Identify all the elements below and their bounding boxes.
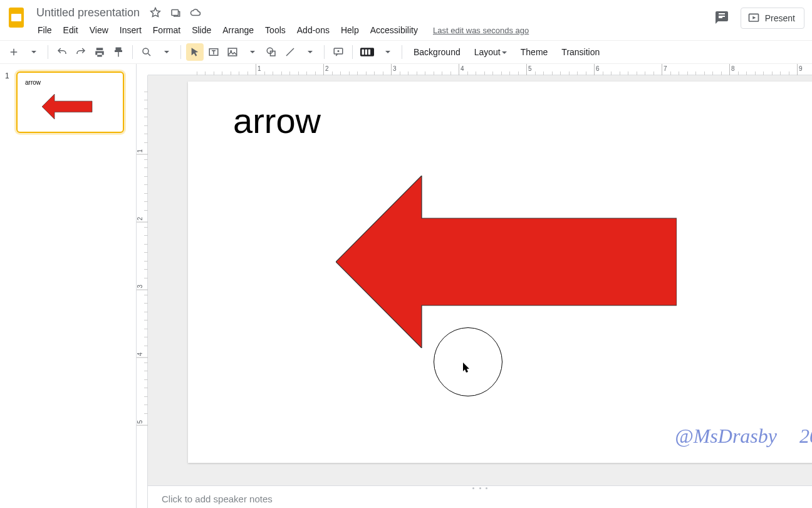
image-dropdown[interactable] [244, 43, 261, 61]
menu-addons[interactable]: Add-ons [292, 23, 335, 38]
zoom-dropdown[interactable] [158, 43, 175, 61]
ruler-tick: 5 [137, 420, 148, 426]
theme-button[interactable]: Theme [514, 43, 554, 61]
thumb-number: 1 [5, 71, 9, 80]
menu-insert[interactable]: Insert [115, 23, 147, 38]
ruler-tick: 7 [662, 64, 667, 75]
print-button[interactable] [91, 43, 108, 61]
svg-rect-6 [228, 48, 237, 56]
ruler-tick: 5 [526, 64, 532, 75]
menu-edit[interactable]: Edit [58, 23, 83, 38]
menu-help[interactable]: Help [336, 23, 364, 38]
watermark-text: @MsDrasby 2020 [675, 425, 812, 448]
ruler-tick: 4 [459, 64, 464, 75]
svg-rect-2 [172, 10, 179, 16]
slide-thumbnail[interactable]: 1 arrow [6, 71, 130, 133]
masking-dropdown[interactable] [379, 43, 397, 61]
svg-rect-14 [368, 50, 370, 55]
menu-arrange[interactable]: Arrange [217, 23, 259, 38]
ruler-tick: 1 [256, 64, 261, 75]
thumb-arrow-shape [41, 94, 93, 121]
svg-rect-13 [365, 50, 367, 55]
slide-filmstrip[interactable]: 1 arrow [0, 64, 137, 508]
ruler-tick: 9 [797, 64, 803, 75]
chevron-down-icon [502, 47, 507, 57]
horizontal-ruler: 123456789 [148, 64, 812, 75]
arrow-shape[interactable] [336, 176, 677, 350]
last-edit-link[interactable]: Last edit was seconds ago [433, 26, 529, 35]
slide-canvas[interactable]: arrow @MsDrasby 2020 [188, 82, 812, 463]
present-button[interactable]: Present [741, 8, 804, 29]
ruler-tick: 1 [137, 149, 148, 155]
select-tool[interactable] [186, 43, 204, 61]
present-label: Present [765, 13, 795, 23]
ruler-tick: 8 [729, 64, 735, 75]
undo-button[interactable] [53, 43, 71, 61]
slide-title-text[interactable]: arrow [233, 100, 321, 141]
redo-button[interactable] [72, 43, 90, 61]
comment-tool[interactable] [330, 43, 347, 61]
textbox-tool[interactable] [205, 43, 222, 61]
speaker-notes[interactable]: Click to add speaker notes [148, 490, 812, 508]
slide-stage[interactable]: arrow @MsDrasby 2020 [148, 75, 812, 485]
line-tool[interactable] [281, 43, 299, 61]
zoom-button[interactable] [138, 43, 155, 61]
highlight-circle [434, 327, 502, 396]
new-slide-dropdown[interactable] [25, 43, 43, 61]
svg-point-4 [143, 48, 148, 54]
doc-title[interactable]: Untitled presentation [33, 5, 143, 21]
paint-format-button[interactable] [110, 43, 127, 61]
ruler-tick: 6 [594, 64, 600, 75]
menu-slide[interactable]: Slide [187, 23, 216, 38]
ruler-tick: 3 [391, 64, 397, 75]
cloud-saved-icon[interactable] [190, 7, 201, 18]
masking-tool[interactable] [358, 43, 377, 61]
line-dropdown[interactable] [301, 43, 319, 61]
star-icon[interactable] [150, 7, 161, 18]
menu-tools[interactable]: Tools [260, 23, 291, 38]
ruler-tick: 2 [323, 64, 329, 75]
new-slide-button[interactable] [5, 43, 23, 61]
background-button[interactable]: Background [407, 43, 467, 61]
ruler-tick: 4 [137, 352, 148, 358]
thumb-title: arrow [25, 79, 41, 86]
menu-view[interactable]: View [85, 23, 113, 38]
menu-format[interactable]: Format [148, 23, 185, 38]
svg-rect-12 [362, 50, 364, 55]
image-tool[interactable] [224, 43, 241, 61]
layout-button[interactable]: Layout [468, 43, 513, 61]
shape-tool[interactable] [263, 43, 280, 61]
cursor-icon [462, 362, 471, 376]
ruler-tick: 3 [137, 285, 148, 290]
vertical-ruler: 12345 [137, 75, 148, 508]
notes-splitter[interactable] [148, 485, 812, 490]
svg-rect-1 [11, 14, 21, 21]
menu-file[interactable]: File [33, 23, 57, 38]
toolbar: Background Layout Theme Transition [0, 40, 812, 64]
ruler-tick: 2 [137, 217, 148, 223]
slides-logo[interactable] [5, 6, 30, 31]
menu-accessibility[interactable]: Accessibility [365, 23, 423, 38]
comments-button[interactable] [714, 10, 729, 27]
move-icon[interactable] [170, 7, 181, 18]
transition-button[interactable]: Transition [555, 43, 606, 61]
